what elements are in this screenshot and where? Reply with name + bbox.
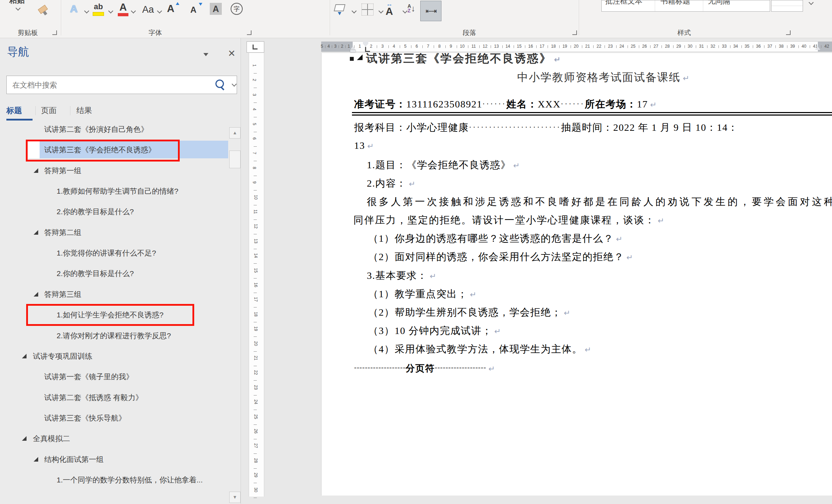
change-case-dropdown-icon[interactable] (157, 8, 162, 13)
nav-heading-label: 1.教师如何帮助学生调节自己的情绪? (57, 182, 178, 200)
show-hide-marks-button[interactable]: ⇤⇥ (420, 1, 441, 21)
nav-heading-item[interactable]: 试讲第二套《抵诱惑 有毅力》 (0, 389, 229, 406)
highlight-dropdown-icon[interactable] (108, 8, 113, 13)
collapse-triangle-icon[interactable] (34, 457, 38, 462)
nav-scroll-up-button[interactable]: ▲ (229, 127, 241, 139)
paragraph-mark-icon: ↵ (367, 142, 374, 151)
change-case-button[interactable]: Aa (142, 4, 154, 15)
paste-button[interactable]: 粘贴 (9, 0, 32, 4)
nav-heading-item[interactable]: 1.教师如何帮助学生调节自己的情绪? (0, 182, 229, 200)
nav-pane-close-icon[interactable]: ✕ (228, 48, 236, 59)
collapse-triangle-icon[interactable] (34, 292, 38, 297)
search-icon[interactable] (215, 80, 224, 88)
style-item[interactable]: 无间隔 (708, 0, 730, 11)
nav-heading-item[interactable]: 结构化面试第一组 (0, 451, 229, 468)
document-text-line: 很多人第一次接触和涉足诱惑和不良嗜好都是在同龄人的劝说下发生的，要学会面对这种 (367, 196, 832, 208)
nav-heading-label: 1.一个同学的数学分数特别低，你让他拿着... (57, 471, 203, 489)
document-text-line: （2）帮助学生辨别不良诱惑，学会拒绝；↵ (368, 306, 570, 319)
outline-bullet-icon (350, 57, 354, 61)
document-page[interactable]: 试讲第三套《学会拒绝不良诱惑》↵ 中小学教师资格考试面试备课纸↵ 准考证号：13… (321, 53, 832, 496)
nav-heading-item[interactable]: 试讲第三套《快乐导航》 (0, 409, 229, 427)
text-effects-dropdown-icon[interactable] (84, 8, 89, 13)
enclose-characters-button[interactable]: 字 (231, 3, 243, 15)
heading-collapse-icon[interactable] (357, 54, 363, 60)
character-spacing-button[interactable]: ↔ A (386, 1, 393, 17)
style-item[interactable]: 批注框文本 (605, 0, 642, 11)
search-dropdown-icon[interactable] (232, 82, 237, 87)
font-dialog-launcher-icon[interactable] (247, 30, 252, 35)
style-gallery-scroll[interactable] (771, 0, 803, 12)
collapse-triangle-icon[interactable] (34, 230, 38, 235)
nav-scroll-down-button[interactable]: ▼ (229, 492, 241, 503)
style-gallery[interactable]: 批注框文本 书籍标题 无间隔 (601, 0, 770, 12)
nav-scroll-thumb[interactable] (229, 151, 241, 168)
nav-heading-item[interactable]: 全真模拟二 (0, 430, 229, 447)
nav-heading-item[interactable]: 1.一个同学的数学分数特别低，你让他拿着... (0, 471, 229, 489)
tab-results[interactable]: 结果 (76, 105, 92, 116)
search-placeholder: 在文档中搜索 (12, 80, 57, 90)
shading-icon (334, 4, 346, 11)
document-text-line: 报考科目：小学心理健康·······················抽题时间：2… (354, 121, 738, 134)
document-text-line: （1）你身边的诱惑有哪些？这些诱惑的危害是什么？↵ (368, 233, 622, 245)
nav-heading-label: 试讲专项巩固训练 (33, 347, 92, 365)
nav-heading-item[interactable]: 答辩第三组 (0, 286, 229, 303)
nav-heading-item[interactable]: 2.请你对刚才的课程进行教学反思? (0, 327, 229, 345)
borders-dropdown-icon[interactable] (379, 8, 383, 13)
tab-headings[interactable]: 标题 (6, 105, 22, 116)
grow-font-arrow-icon (176, 2, 179, 5)
left-indent-marker[interactable] (350, 50, 356, 52)
document-text-line: 13↵ (354, 140, 374, 152)
collapse-triangle-icon[interactable] (22, 354, 27, 358)
highlight-color-button[interactable]: ab (93, 2, 104, 16)
nav-heading-item[interactable]: 试讲专项巩固训练 (0, 347, 229, 365)
borders-button[interactable] (362, 4, 374, 16)
font-color-dropdown-icon[interactable] (131, 8, 136, 13)
document-text-line: （1）教学重点突出；↵ (368, 288, 476, 301)
nav-heading-label: 2.你的教学目标是什么? (57, 265, 134, 282)
document-heading: 试讲第三套《学会拒绝不良诱惑》↵ (366, 53, 560, 66)
nav-heading-item[interactable]: 2.你的教学目标是什么? (0, 203, 229, 221)
search-input[interactable]: 在文档中搜索 (6, 76, 237, 94)
nav-heading-item[interactable]: 2.你的教学目标是什么? (0, 265, 229, 282)
document-text-line: （2）面对同样的诱惑，你会采用什么方法坚定的拒绝？↵ (368, 251, 633, 264)
nav-heading-item[interactable]: 答辩第一组 (0, 162, 229, 180)
font-color-button[interactable]: A (118, 2, 128, 16)
nav-heading-label: 2.你的教学目标是什么? (57, 203, 134, 221)
paragraph-dialog-launcher-icon[interactable] (572, 30, 577, 35)
paragraph-mark-icon: ↵ (616, 235, 622, 244)
format-painter-button[interactable] (38, 5, 50, 17)
paragraph-mark-icon: ↵ (658, 216, 664, 225)
paragraph-mark-icon: ↵ (585, 345, 591, 354)
tab-selector[interactable] (247, 41, 264, 53)
paste-dropdown-icon[interactable] (16, 6, 21, 11)
shrink-font-arrow-icon (199, 3, 202, 6)
paragraph-mark-icon: ↵ (470, 290, 476, 299)
collapse-triangle-icon[interactable] (22, 436, 27, 441)
clipboard-dialog-launcher-icon[interactable] (52, 30, 57, 35)
nav-heading-item[interactable]: 答辩第二组 (0, 224, 229, 241)
collapse-triangle-icon[interactable] (34, 168, 38, 173)
nav-heading-label: 答辩第二组 (44, 224, 81, 241)
show-hide-marks-icon: ⇤⇥ (426, 7, 436, 15)
sort-button[interactable]: A Z ↓ (408, 4, 415, 13)
styles-more-icon[interactable] (809, 0, 814, 5)
paragraph-mark-icon: ↵ (513, 161, 520, 170)
paragraph-mark-icon: ↵ (626, 253, 633, 262)
grow-font-button[interactable]: A (167, 4, 174, 14)
character-shading-button[interactable]: A (210, 3, 222, 15)
style-item[interactable]: 书籍标题 (660, 0, 690, 11)
shrink-font-button[interactable]: A (190, 5, 196, 15)
document-text-line: （3）10 分钟内完成试讲；↵ (368, 325, 501, 338)
character-spacing-dropdown-icon[interactable] (403, 8, 408, 13)
nav-heading-item[interactable]: 试讲第二套《扮演好自己角色》 (0, 121, 229, 138)
shading-dropdown-icon[interactable] (352, 8, 357, 13)
text-effects-button[interactable]: A (70, 4, 78, 14)
nav-heading-item[interactable]: 1.你觉得你的讲课有什么不足? (0, 244, 229, 262)
nav-pane-options-icon[interactable] (203, 53, 208, 56)
tab-stop-icon (365, 47, 370, 52)
tab-pages[interactable]: 页面 (41, 105, 57, 116)
styles-dialog-launcher-icon[interactable] (786, 30, 791, 35)
nav-heading-item[interactable]: 试讲第一套《镜子里的我》 (0, 368, 229, 386)
document-text-line: 3.基本要求：↵ (367, 270, 436, 282)
shading-button[interactable] (335, 4, 345, 15)
